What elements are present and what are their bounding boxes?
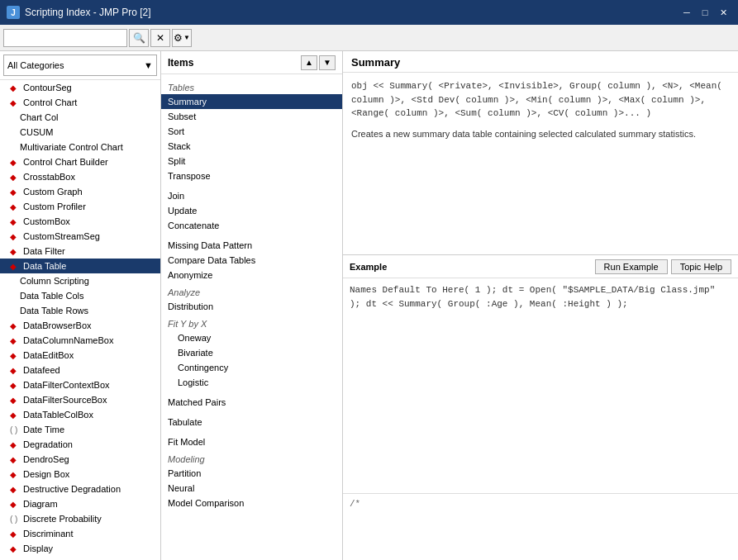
mid-list-item[interactable]: Compare Data Tables [161, 253, 342, 268]
list-item[interactable]: Chart Col [0, 110, 160, 125]
list-item-label: CUSUM [20, 127, 53, 137]
list-item[interactable]: ◆DataFilterContextBox [0, 377, 160, 392]
list-item[interactable]: ◆DataColumnNameBox [0, 333, 160, 348]
mid-list-item[interactable]: Logistic [161, 375, 342, 390]
mid-list-item[interactable]: Split [161, 154, 342, 168]
list-item[interactable]: ◆Data Table [0, 259, 160, 273]
list-item[interactable]: ◆ContourSeg [0, 80, 160, 95]
mid-list-item[interactable]: Sort [161, 124, 342, 139]
list-item[interactable]: ◆Display3DBox [0, 556, 160, 560]
nav-buttons: ▲ ▼ [301, 55, 336, 70]
diamond-icon: ◆ [10, 321, 20, 330]
list-item[interactable]: ◆DataEditBox [0, 348, 160, 363]
list-item[interactable]: ◆Datafeed [0, 363, 160, 377]
example-code-area: Names Default To Here( 1 ); dt = Open( "… [343, 278, 738, 494]
diamond-icon: ◆ [10, 262, 20, 271]
diamond-icon: ◆ [10, 158, 20, 167]
minimize-button[interactable]: ─ [678, 6, 695, 19]
list-item[interactable]: Data Table Cols [0, 288, 160, 303]
section-label: Analyze [161, 282, 342, 299]
run-example-button[interactable]: Run Example [595, 259, 668, 274]
mid-list-item[interactable]: Stack [161, 139, 342, 154]
diamond-icon: ◆ [10, 98, 20, 107]
title-bar: J Scripting Index - JMP Pro [2] ─ □ ✕ [0, 0, 738, 25]
list-item[interactable]: ◆Design Box [0, 467, 160, 482]
search-input[interactable] [3, 29, 127, 47]
mid-list-item[interactable]: Bivariate [161, 345, 342, 360]
list-item[interactable]: ◆CustomStreamSeg [0, 229, 160, 244]
list-item[interactable]: ◆Degradation [0, 437, 160, 452]
list-item[interactable]: ◆Custom Graph [0, 184, 160, 199]
list-item-label: Custom Profiler [23, 202, 86, 211]
diamond-icon: ◆ [10, 173, 20, 182]
mid-list-item[interactable]: Concatenate [161, 218, 342, 233]
items-header-label: Items [168, 57, 193, 69]
mid-list-item[interactable]: Neural [161, 481, 342, 496]
mid-list-item[interactable]: Partition [161, 466, 342, 481]
list-item[interactable]: Data Table Rows [0, 303, 160, 318]
list-item[interactable]: ◆DataBrowserBox [0, 318, 160, 333]
list-item-label: Display [23, 543, 53, 553]
diamond-icon: ◆ [10, 455, 20, 464]
list-item[interactable]: ◆Display [0, 541, 160, 556]
mid-list-item[interactable]: Model Comparison [161, 496, 342, 510]
list-item[interactable]: ◆Custom Profiler [0, 199, 160, 214]
list-item[interactable]: ◆Control Chart [0, 95, 160, 110]
list-item[interactable]: ◆DataTableColBox [0, 407, 160, 422]
diamond-icon: ◆ [10, 411, 20, 420]
list-item[interactable]: Multivariate Control Chart [0, 140, 160, 154]
list-item[interactable]: Column Scripting [0, 273, 160, 288]
list-item-label: Control Chart Builder [23, 157, 108, 167]
topic-help-button[interactable]: Topic Help [671, 259, 731, 274]
list-item[interactable]: ◆CrosstabBox [0, 169, 160, 184]
section-label: Fit Y by X [161, 314, 342, 330]
mid-list-item[interactable]: Missing Data Pattern [161, 238, 342, 253]
diamond-icon: ◆ [10, 470, 20, 479]
right-panel: Summary obj << Summary( <Private>, <Invi… [343, 51, 738, 560]
list-item-label: DataFilterSourceBox [23, 395, 107, 405]
category-dropdown[interactable]: All Categories ▼ [3, 55, 157, 76]
diamond-icon: ◆ [10, 202, 20, 211]
mid-list-item[interactable]: Contingency [161, 360, 342, 375]
mid-list-item[interactable]: Oneway [161, 330, 342, 345]
mid-list-item[interactable]: Matched Pairs [161, 395, 342, 410]
list-item[interactable]: ( )Date Time [0, 422, 160, 437]
scroll-up-button[interactable]: ▲ [301, 55, 317, 70]
close-button[interactable]: ✕ [715, 6, 731, 19]
list-item-label: DataBrowserBox [23, 320, 92, 330]
list-item[interactable]: ◆Data Filter [0, 244, 160, 259]
list-item[interactable]: ◆Control Chart Builder [0, 154, 160, 169]
mid-list-item[interactable]: Tabulate [161, 415, 342, 429]
mid-list-item[interactable]: Transpose [161, 168, 342, 183]
diamond-icon: ◆ [10, 396, 20, 405]
list-item[interactable]: ◆Diagram [0, 496, 160, 511]
list-item-label: Data Filter [23, 246, 65, 256]
list-item-label: DataColumnNameBox [23, 335, 113, 345]
example-code-area2: /* [343, 494, 738, 560]
section-label: Tables [161, 78, 342, 94]
list-item[interactable]: ( )Discrete Probability [0, 511, 160, 526]
mid-list-item[interactable]: Update [161, 203, 342, 218]
list-item[interactable]: ◆Destructive Degradation [0, 482, 160, 496]
paren-icon: ( ) [10, 515, 20, 524]
mid-list-item[interactable]: Join [161, 188, 342, 203]
list-item[interactable]: ◆Discriminant [0, 526, 160, 541]
list-item[interactable]: ◆CustomBox [0, 214, 160, 229]
mid-list-item[interactable]: Distribution [161, 299, 342, 314]
scroll-down-button[interactable]: ▼ [319, 55, 336, 70]
list-item[interactable]: ◆DataFilterSourceBox [0, 392, 160, 407]
list-item[interactable]: CUSUM [0, 125, 160, 140]
mid-list-item[interactable]: Subset [161, 109, 342, 124]
mid-list-item[interactable]: Summary [161, 94, 342, 109]
example-section: Example Run Example Topic Help Names Def… [343, 254, 738, 560]
clear-button[interactable]: ✕ [150, 29, 170, 47]
summary-content: obj << Summary( <Private>, <Invisible>, … [343, 73, 738, 254]
maximize-button[interactable]: □ [697, 6, 713, 19]
example-header: Example Run Example Topic Help [343, 255, 738, 278]
mid-list-item[interactable]: Fit Model [161, 434, 342, 449]
settings-button[interactable]: ⚙ ▼ [172, 29, 192, 47]
search-button[interactable]: 🔍 [129, 29, 149, 47]
paren-icon: ( ) [10, 425, 20, 434]
list-item[interactable]: ◆DendroSeg [0, 452, 160, 467]
mid-list-item[interactable]: Anonymize [161, 268, 342, 282]
